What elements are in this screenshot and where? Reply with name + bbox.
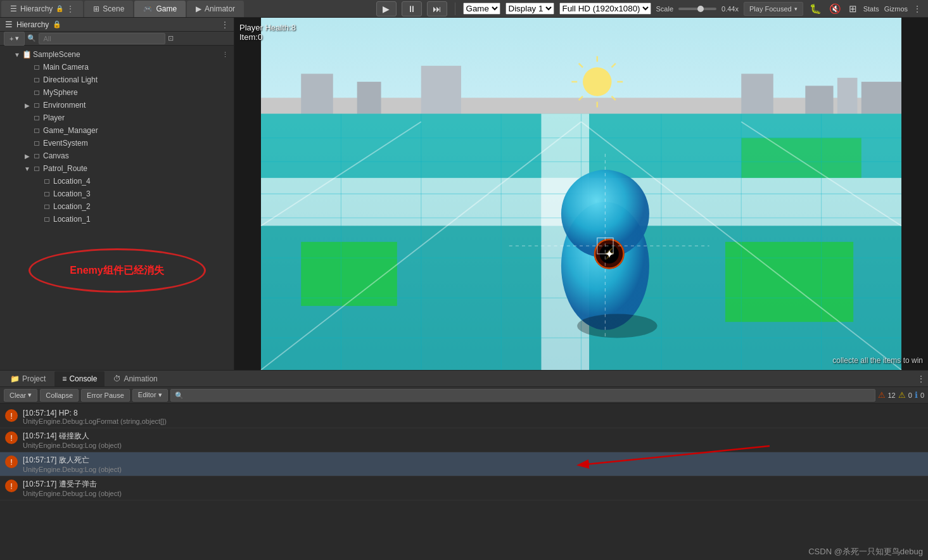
tree-arrow: ▶ (23, 153, 32, 160)
bottom-more-icon[interactable]: ⋮ (917, 374, 925, 384)
tab-console[interactable]: ≡ Console (54, 371, 105, 386)
log-text-2: [10:57:14] 碰撞敌人 UnityEngine.Debug:Log (o… (23, 431, 923, 449)
object-icon: □ (42, 215, 52, 224)
location3-label: Location_3 (53, 189, 231, 198)
tree-arrow: ▼ (23, 165, 32, 172)
tree-item-eventsystem[interactable]: □ EventSystem (0, 137, 234, 150)
tree-item-location2[interactable]: □ Location_2 (0, 200, 234, 213)
error-count-icon: ⚠ (878, 390, 886, 400)
search-filter-icon[interactable]: ⊡ (168, 34, 174, 42)
tree-item-maincamera[interactable]: □ Main Camera (0, 61, 234, 73)
log-error-icon-4: ! (5, 480, 18, 492)
samplescene-label: SampleScene (33, 50, 222, 59)
log-entry-1[interactable]: ! [10:57:14] HP: 8 UnityEngine.Debug:Log… (0, 406, 928, 428)
log-sub-2: UnityEngine.Debug:Log (object) (23, 442, 923, 449)
svg-rect-4 (421, 66, 461, 122)
mute-icon-button[interactable]: 🔇 (828, 2, 842, 16)
console-toolbar: Clear ▾ Collapse Error Pause Editor ▾ ⚠ … (0, 387, 928, 404)
console-search-input[interactable] (170, 389, 875, 402)
enemy-warning-text: Enemy组件已经消失 (70, 264, 163, 277)
tree-item-location3[interactable]: □ Location_3 (0, 188, 234, 200)
patrolroute-label: Patrol_Route (43, 164, 231, 173)
tree-item-environment[interactable]: ▶ □ Environment (0, 99, 234, 111)
bug-icon-button[interactable]: 🐛 (808, 2, 823, 16)
hierarchy-search-bar: + ▾ 🔍 ⊡ (0, 32, 234, 46)
hierarchy-lock-btn[interactable]: 🔒 (53, 20, 61, 29)
error-count: 12 (888, 391, 896, 399)
bottom-tabs: 📁 Project ≡ Console ⏱ Animation ⋮ (0, 371, 928, 387)
tree-item-gamemanager[interactable]: □ Game_Manager (0, 124, 234, 137)
log-entry-4[interactable]: ! [10:57:17] 遭受子弹击 UnityEngine.Debug:Log… (0, 476, 928, 500)
warning-count: 0 (908, 391, 912, 399)
add-icon: + (10, 35, 13, 42)
log-main-2: [10:57:14] 碰撞敌人 (23, 431, 923, 442)
game-tab-text: Game (156, 4, 177, 13)
log-main-3: [10:57:17] 敌人死亡 (23, 455, 923, 466)
tree-item-canvas[interactable]: ▶ □ Canvas (0, 150, 234, 162)
clear-button[interactable]: Clear ▾ (4, 389, 37, 402)
tree-item-mysphere[interactable]: □ MySphere (0, 86, 234, 99)
stats-button[interactable]: Stats (863, 5, 879, 13)
canvas-label: Canvas (43, 151, 231, 160)
tab-animation[interactable]: ⏱ Animation (106, 371, 165, 386)
scene-tab-icon: ⊞ (93, 4, 99, 13)
display-select[interactable]: Game (463, 3, 500, 15)
gizmos-button[interactable]: Gizmos (884, 5, 908, 13)
object-icon: □ (32, 101, 42, 110)
play-focused-button[interactable]: Play Focused ▾ (744, 2, 803, 16)
play-button[interactable]: ▶ (376, 1, 397, 16)
object-icon: □ (32, 126, 42, 135)
tree-item-samplescene[interactable]: ▼ 📋 SampleScene ⋮ (0, 48, 234, 61)
hierarchy-tab-text: Hierarchy (20, 4, 53, 13)
hierarchy-search-input[interactable] (39, 33, 165, 44)
object-icon: □ (42, 189, 52, 198)
pause-button[interactable]: ⏸ (402, 1, 422, 16)
bottom-tabs-spacer: ⋮ (917, 374, 925, 384)
tab-animator[interactable]: ▶ Animator (187, 1, 244, 17)
tree-item-player[interactable]: □ Player (0, 111, 234, 124)
top-tabs-row: ☰ ☰ Hierarchy 🔒 ⋮ ⊞ Scene 🎮 Game ▶ Anima… (0, 0, 928, 18)
tree-item-patrolroute[interactable]: ▼ □ Patrol_Route (0, 162, 234, 175)
scale-label: Scale (656, 5, 674, 13)
console-count-group: ⚠ 12 ⚠ 0 ℹ 0 (878, 390, 925, 400)
object-icon: □ (32, 151, 42, 160)
log-error-icon-2: ! (5, 431, 18, 444)
project-tab-icon: 📁 (10, 374, 20, 383)
game-tab-icon: 🎮 (143, 4, 153, 13)
svg-rect-18 (741, 138, 861, 178)
game-canvas[interactable]: ⚡ ✦ Player Health:8 Item:0 collecte all … (234, 18, 928, 370)
object-icon: □ (42, 202, 52, 211)
animation-tab-label: Animation (124, 374, 157, 383)
error-pause-button[interactable]: Error Pause (81, 389, 130, 402)
samplescene-more[interactable]: ⋮ (222, 51, 231, 59)
clear-button-label: Clear (10, 391, 26, 399)
hierarchy-panel: ☰ Hierarchy 🔒 ⋮ + ▾ 🔍 ⊡ ▼ 📋 SampleScene (0, 18, 234, 370)
display-number-select[interactable]: Display 1 (505, 3, 554, 15)
editor-button[interactable]: Editor ▾ (132, 389, 168, 402)
tab-scene[interactable]: ⊞ Scene (84, 1, 133, 17)
grid-icon-button[interactable]: ⊞ (848, 2, 858, 16)
tree-item-directionallight[interactable]: □ Directional Light (0, 73, 234, 86)
tab-project[interactable]: 📁 Project (3, 371, 53, 386)
hierarchy-more-icon[interactable]: ⋮ (67, 4, 74, 13)
tab-game[interactable]: 🎮 Game (134, 1, 186, 17)
collapse-button[interactable]: Collapse (40, 389, 79, 402)
add-object-button[interactable]: + ▾ (4, 32, 25, 46)
object-icon: □ (32, 63, 42, 72)
step-button[interactable]: ⏭ (427, 1, 447, 16)
tab-hierarchy[interactable]: ☰ ☰ Hierarchy 🔒 ⋮ (1, 1, 83, 17)
console-tab-icon: ≡ (62, 374, 67, 383)
scale-slider[interactable] (678, 8, 716, 10)
tree-arrow: ▼ (13, 51, 22, 58)
log-entry-3[interactable]: ! [10:57:17] 敌人死亡 UnityEngine.Debug:Log … (0, 452, 928, 476)
play-focused-arrow: ▾ (794, 6, 798, 12)
object-icon: □ (32, 164, 42, 173)
hierarchy-options-icon[interactable]: ⋮ (221, 20, 229, 29)
game-scene-svg: ⚡ ✦ (234, 18, 928, 370)
more-options-icon[interactable]: ⋮ (913, 4, 922, 14)
maincamera-label: Main Camera (43, 63, 231, 72)
resolution-select[interactable]: Full HD (1920x1080) (559, 3, 651, 15)
log-entry-2[interactable]: ! [10:57:14] 碰撞敌人 UnityEngine.Debug:Log … (0, 428, 928, 452)
tree-item-location4[interactable]: □ Location_4 (0, 175, 234, 188)
tree-item-location1[interactable]: □ Location_1 (0, 213, 234, 226)
